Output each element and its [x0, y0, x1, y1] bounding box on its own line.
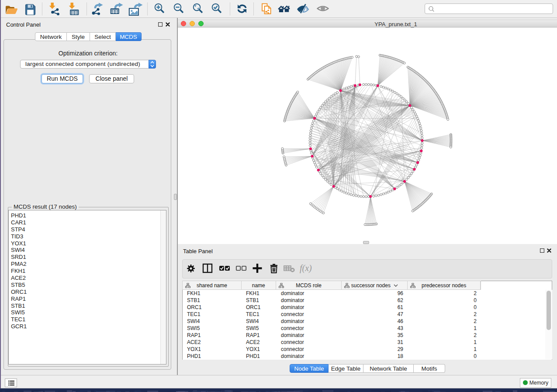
svg-text:f(x): f(x): [300, 263, 312, 273]
